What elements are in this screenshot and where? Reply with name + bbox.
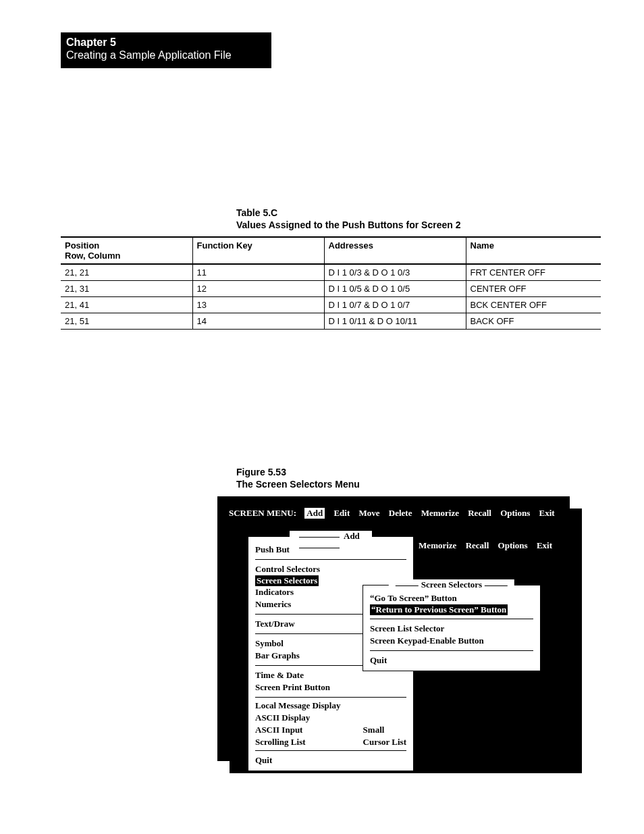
col-position: Position Row, Column bbox=[61, 237, 192, 264]
add-item-quit[interactable]: Quit bbox=[255, 754, 406, 766]
col-position-l1: Position bbox=[65, 240, 99, 251]
col-addresses: Addresses bbox=[324, 237, 466, 264]
add-item-ascii-display[interactable]: ASCII Display bbox=[255, 712, 340, 724]
cell-addr: D I 1 0/11 & D O 10/11 bbox=[324, 313, 466, 330]
menu-item-memorize[interactable]: Memorize bbox=[421, 508, 459, 519]
screen-selectors-figure: SCREEN MENU: Add Edit Move Delete Memori… bbox=[217, 496, 582, 773]
menu-item-recall[interactable]: Recall bbox=[468, 508, 491, 519]
table-caption-line2: Values Assigned to the Push Buttons for … bbox=[236, 219, 460, 231]
table-row: 21, 31 12 D I 1 0/5 & D O 1 0/5 CENTER O… bbox=[61, 281, 601, 297]
menu-item-options[interactable]: Options bbox=[500, 508, 530, 519]
cell-name: CENTER OFF bbox=[466, 281, 601, 297]
menu-item-add[interactable]: Add bbox=[304, 508, 325, 519]
figure-caption-line2: The Screen Selectors Menu bbox=[236, 478, 360, 490]
submenu-item-quit[interactable]: Quit bbox=[370, 654, 533, 667]
table-caption-line1: Table 5.C bbox=[236, 207, 460, 219]
figure-caption: Figure 5.53 The Screen Selectors Menu bbox=[236, 466, 360, 490]
cell-position: 21, 21 bbox=[61, 264, 192, 281]
cell-addr: D I 1 0/7 & D O 1 0/7 bbox=[324, 297, 466, 313]
table-row: 21, 41 13 D I 1 0/7 & D O 1 0/7 BCK CENT… bbox=[61, 297, 601, 313]
submenu-item-keypad-enable[interactable]: Screen Keypad-Enable Button bbox=[370, 635, 533, 647]
menu2-item-memorize[interactable]: Memorize bbox=[419, 540, 456, 551]
submenu-title: Screen Selectors bbox=[389, 579, 514, 590]
submenu-item-list-selector[interactable]: Screen List Selector bbox=[370, 623, 533, 635]
table-row: 21, 21 11 D I 1 0/3 & D O 1 0/3 FRT CENT… bbox=[61, 264, 601, 281]
add-item-control-selectors[interactable]: Control Selectors bbox=[255, 563, 406, 575]
add-item-screen-selectors[interactable]: Screen Selectors bbox=[255, 575, 319, 586]
table-row: 21, 51 14 D I 1 0/11 & D O 10/11 BACK OF… bbox=[61, 313, 601, 330]
cell-addr: D I 1 0/3 & D O 1 0/3 bbox=[324, 264, 466, 281]
chapter-header: Chapter 5 Creating a Sample Application … bbox=[61, 32, 271, 68]
cell-position: 21, 41 bbox=[61, 297, 192, 313]
table-header-row: Position Row, Column Function Key Addres… bbox=[61, 237, 601, 264]
push-buttons-table: Position Row, Column Function Key Addres… bbox=[61, 236, 601, 330]
menu2-item-exit[interactable]: Exit bbox=[537, 540, 552, 551]
add-menu-title: Add bbox=[290, 531, 372, 552]
add-item-scrolling-list[interactable]: Scrolling List bbox=[255, 736, 340, 748]
cell-name: BCK CENTER OFF bbox=[466, 297, 601, 313]
cell-fk: 12 bbox=[192, 281, 324, 297]
cell-fk: 14 bbox=[192, 313, 324, 330]
cell-position: 21, 51 bbox=[61, 313, 192, 330]
col-function-key: Function Key bbox=[192, 237, 324, 264]
cell-addr: D I 1 0/5 & D O 1 0/5 bbox=[324, 281, 466, 297]
screen-menu-bar: SCREEN MENU: Add Edit Move Delete Memori… bbox=[229, 508, 558, 521]
figure-panel: SCREEN MENU: Add Edit Move Delete Memori… bbox=[217, 496, 570, 761]
add-item-cursor-list[interactable]: Cursor List bbox=[363, 736, 406, 748]
submenu-title-text: Screen Selectors bbox=[421, 579, 482, 590]
cell-name: FRT CENTER OFF bbox=[466, 264, 601, 281]
add-item-ascii-input[interactable]: ASCII Input bbox=[255, 724, 340, 736]
menu2-item-options[interactable]: Options bbox=[498, 540, 528, 551]
submenu-item-goto-screen[interactable]: “Go To Screen” Button bbox=[370, 592, 533, 604]
cell-fk: 13 bbox=[192, 297, 324, 313]
screen-menu-bar-behind: lete Memorize Recall Options Exit bbox=[393, 540, 556, 551]
add-item-small[interactable]: Small bbox=[363, 724, 406, 736]
figure-caption-line1: Figure 5.53 bbox=[236, 466, 360, 478]
cell-fk: 11 bbox=[192, 264, 324, 281]
col-name: Name bbox=[466, 237, 601, 264]
table-caption: Table 5.C Values Assigned to the Push Bu… bbox=[236, 207, 460, 231]
cell-name: BACK OFF bbox=[466, 313, 601, 330]
menu2-item-recall[interactable]: Recall bbox=[466, 540, 489, 551]
menu-item-edit[interactable]: Edit bbox=[333, 508, 350, 519]
screen-menu-label: SCREEN MENU: bbox=[229, 508, 296, 518]
add-item-local-message[interactable]: Local Message Display bbox=[255, 700, 340, 712]
submenu-item-return-prev[interactable]: “Return to Previous Screen” Button bbox=[370, 604, 508, 615]
col-position-l2: Row, Column bbox=[65, 251, 188, 261]
add-menu-title-text: Add bbox=[344, 531, 360, 541]
chapter-title: Creating a Sample Application File bbox=[66, 49, 266, 61]
menu-item-delete[interactable]: Delete bbox=[389, 508, 412, 519]
menu-item-move[interactable]: Move bbox=[359, 508, 380, 519]
menu-item-exit[interactable]: Exit bbox=[539, 508, 554, 519]
add-item-screen-print[interactable]: Screen Print Button bbox=[255, 681, 406, 694]
screen-selectors-submenu: Screen Selectors “Go To Screen” Button “… bbox=[363, 585, 541, 671]
cell-position: 21, 31 bbox=[61, 281, 192, 297]
chapter-number: Chapter 5 bbox=[66, 36, 266, 49]
